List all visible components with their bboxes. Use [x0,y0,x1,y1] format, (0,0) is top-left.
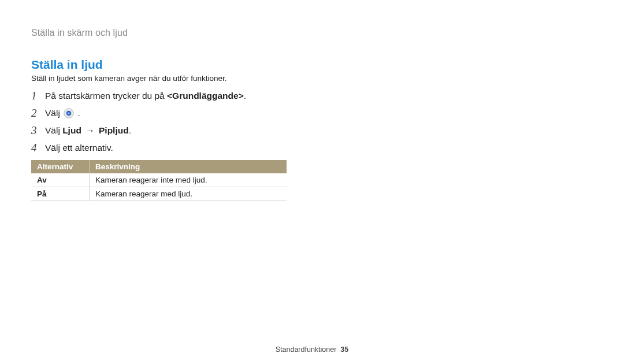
page-footer: Standardfunktioner 35 [0,346,624,354]
step-prefix: Välj [45,108,62,118]
step-suffix: . [77,108,80,118]
option-name: På [31,187,90,201]
arrow-icon: → [86,124,95,137]
footer-label: Standardfunktioner [276,346,337,354]
step-2: 2 Välj . [31,107,588,120]
step-bold: Ljud [62,125,81,135]
step-prefix: Välj ett alternativ. [45,143,113,153]
table-row: Av Kameran reagerar inte med ljud. [31,173,287,187]
step-text: Välj . [45,107,588,120]
step-prefix: På startskärmen trycker du på [45,91,167,101]
step-1: 1 På startskärmen trycker du på <Grundlä… [31,90,588,102]
step-3: 3 Välj Ljud → Pipljud. [31,124,588,137]
svg-point-2 [68,113,70,114]
steps-list: 1 På startskärmen trycker du på <Grundlä… [31,90,588,154]
option-description: Kameran reagerar inte med ljud. [90,173,287,187]
step-text: Välj Ljud → Pipljud. [45,124,588,137]
step-suffix: . [129,125,131,135]
table-header-row: Alternativ Beskrivning [31,160,287,173]
step-number: 1 [31,90,45,102]
step-text: Välj ett alternativ. [45,142,588,154]
step-number: 4 [31,142,45,154]
step-bold-2: Pipljud [99,125,129,135]
breadcrumb: Ställa in skärm och ljud [31,28,588,38]
option-name: Av [31,173,90,187]
step-number: 2 [31,107,45,120]
section-title: Ställa in ljud [31,58,588,72]
option-description: Kameran reagerar med ljud. [90,187,287,201]
header-beskrivning: Beskrivning [90,160,287,173]
table-row: På Kameran reagerar med ljud. [31,187,287,201]
step-text: På startskärmen trycker du på <Grundlägg… [45,90,588,102]
gear-icon [64,108,74,118]
header-alternativ: Alternativ [31,160,90,173]
page-content: Ställa in skärm och ljud Ställa in ljud … [0,0,624,201]
page-number: 35 [340,346,348,354]
step-suffix: . [244,91,246,101]
step-number: 3 [31,124,45,137]
options-table: Alternativ Beskrivning Av Kameran reager… [31,160,287,201]
step-bold: <Grundläggande> [167,91,244,101]
step-4: 4 Välj ett alternativ. [31,142,588,154]
section-description: Ställ in ljudet som kameran avger när du… [31,74,588,83]
step-prefix: Välj [45,125,62,135]
